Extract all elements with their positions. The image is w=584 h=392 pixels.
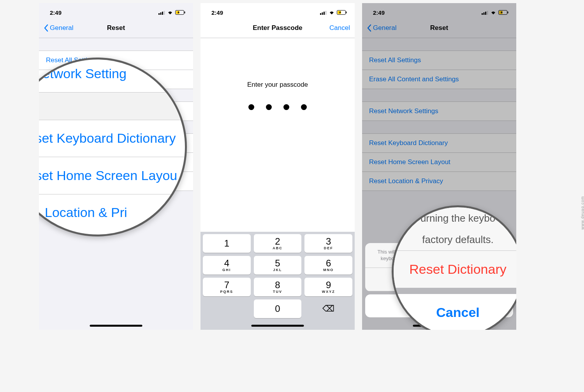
cell-reset-location-privacy[interactable]: Reset Location & Privacy <box>362 172 516 191</box>
status-indicators <box>320 10 347 15</box>
svg-rect-0 <box>158 13 160 15</box>
chevron-left-icon <box>367 24 371 32</box>
svg-rect-8 <box>322 12 323 15</box>
key-4[interactable]: 4GHI <box>203 256 251 275</box>
status-time: 2:49 <box>373 9 385 16</box>
settings-list: Reset All Settings Erase All Content and… <box>362 51 516 191</box>
screen-reset-with-actionsheet: 2:49 General Reset Reset All Settings Er… <box>362 3 516 330</box>
key-7[interactable]: 7PQRS <box>203 278 251 296</box>
svg-rect-1 <box>160 12 162 15</box>
numeric-keypad: 1 2ABC 3DEF 4GHI 5JKL 6MNO 7PQRS 8TUV 9W… <box>201 232 355 330</box>
wifi-icon <box>167 10 173 15</box>
nav-bar: General Reset <box>362 18 516 38</box>
key-3[interactable]: 3DEF <box>304 234 352 253</box>
passcode-dot <box>248 104 254 110</box>
zoom-reset-dictionary: Reset Dictionary <box>394 251 516 288</box>
svg-rect-17 <box>487 11 488 15</box>
back-button[interactable]: General <box>44 24 73 32</box>
backspace-icon: ⌫ <box>322 304 334 313</box>
svg-rect-15 <box>484 12 485 15</box>
zoom-row-location: Location & Pri <box>39 194 185 231</box>
magnifier-loupe: urning the keybo factory defaults. Reset… <box>392 205 516 330</box>
cellular-icon <box>320 10 327 15</box>
svg-rect-3 <box>164 11 165 15</box>
svg-rect-20 <box>508 12 508 14</box>
svg-rect-9 <box>324 12 325 15</box>
status-indicators <box>482 10 508 15</box>
svg-rect-10 <box>325 11 327 15</box>
status-time: 2:49 <box>211 9 223 16</box>
svg-rect-16 <box>485 12 486 15</box>
key-6[interactable]: 6MNO <box>304 256 352 275</box>
status-bar: 2:49 <box>362 3 516 18</box>
wifi-icon <box>490 10 496 15</box>
cancel-button[interactable]: Cancel <box>329 24 350 32</box>
battery-icon <box>337 10 347 15</box>
svg-rect-2 <box>162 12 163 15</box>
back-label: General <box>50 24 73 32</box>
status-time: 2:49 <box>50 9 62 16</box>
screen-enter-passcode: 2:49 Enter Passcode Cancel Enter your pa… <box>201 3 355 330</box>
passcode-dot <box>301 104 307 110</box>
passcode-dot <box>283 104 289 110</box>
home-indicator[interactable] <box>252 325 304 327</box>
svg-rect-7 <box>320 13 321 15</box>
key-1[interactable]: 1 <box>203 234 251 253</box>
chevron-left-icon <box>44 24 48 32</box>
key-9[interactable]: 9WXYZ <box>304 278 352 296</box>
key-2[interactable]: 2ABC <box>254 234 302 253</box>
home-indicator[interactable] <box>90 325 142 327</box>
cell-reset-network[interactable]: Reset Network Settings <box>362 102 516 121</box>
passcode-dot <box>266 104 272 110</box>
watermark: www.deuaq.com <box>580 196 584 229</box>
status-bar: 2:49 <box>201 3 355 18</box>
key-backspace[interactable]: ⌫ <box>304 299 352 318</box>
status-bar: 2:49 <box>39 3 193 18</box>
cell-reset-all-settings[interactable]: Reset All Settings <box>362 51 516 70</box>
passcode-prompt: Enter your passcode <box>201 81 355 89</box>
back-button[interactable]: General <box>367 24 396 32</box>
back-label: General <box>373 24 396 32</box>
cell-reset-home-screen[interactable]: Reset Home Screen Layout <box>362 153 516 172</box>
key-blank <box>203 299 251 318</box>
battery-icon <box>175 10 185 15</box>
passcode-dots <box>201 104 355 110</box>
zoom-sheet-text-1: urning the keybo <box>394 208 516 229</box>
key-5[interactable]: 5JKL <box>254 256 302 275</box>
wifi-icon <box>329 10 335 15</box>
cellular-icon <box>482 10 488 15</box>
nav-bar: Enter Passcode Cancel <box>201 18 355 38</box>
battery-icon <box>498 10 508 15</box>
screen-reset-settings: 2:49 General Reset Reset All Settings Er… <box>39 3 193 330</box>
cell-reset-keyboard-dictionary[interactable]: Reset Keyboard Dictionary <box>362 133 516 153</box>
nav-bar: General Reset <box>39 18 193 38</box>
svg-rect-6 <box>185 12 185 14</box>
zoom-row-homescreen: Reset Home Screen Layou <box>39 157 185 194</box>
cellular-icon <box>158 10 165 15</box>
cell-erase-all[interactable]: Erase All Content and Settings <box>362 70 516 89</box>
key-8[interactable]: 8TUV <box>254 278 302 296</box>
svg-rect-13 <box>346 12 347 14</box>
zoom-row-keyboard: Reset Keyboard Dictionary <box>39 120 185 157</box>
zoom-sheet-text-2: factory defaults. <box>394 229 516 251</box>
passcode-area: Enter your passcode <box>201 38 355 229</box>
key-0[interactable]: 0 <box>254 299 302 318</box>
svg-rect-14 <box>482 13 483 15</box>
status-indicators <box>158 10 185 15</box>
